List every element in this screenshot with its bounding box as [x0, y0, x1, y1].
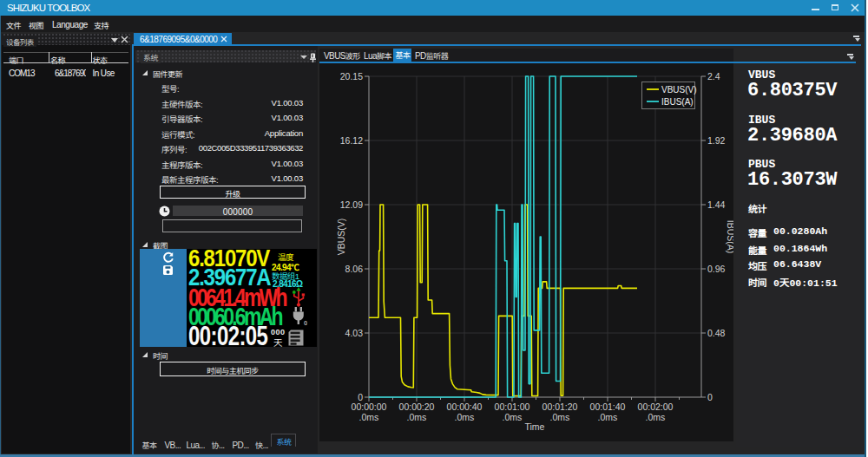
svg-text:.0ms: .0ms	[646, 412, 666, 422]
svg-text:1.92: 1.92	[707, 135, 726, 146]
svg-text:.0ms: .0ms	[503, 412, 523, 422]
svg-text:4.03: 4.03	[345, 328, 364, 338]
svg-text:0.48: 0.48	[707, 328, 726, 338]
svg-text:.0ms: .0ms	[550, 412, 570, 422]
svg-text:2.4: 2.4	[707, 71, 720, 82]
svg-text:.0ms: .0ms	[407, 412, 427, 422]
svg-text:16.12: 16.12	[340, 135, 363, 146]
svg-text:1.44: 1.44	[707, 199, 726, 210]
svg-text:0: 0	[707, 392, 713, 402]
svg-text:00:01:20: 00:01:20	[542, 402, 578, 412]
svg-text:00:02:00: 00:02:00	[638, 402, 674, 412]
svg-text:00:01:00: 00:01:00	[495, 402, 530, 412]
svg-text:00:01:40: 00:01:40	[590, 402, 626, 412]
svg-text:VBUS(V): VBUS(V)	[661, 85, 697, 95]
svg-text:IBUS(A): IBUS(A)	[661, 97, 694, 107]
svg-text:.0ms: .0ms	[359, 412, 379, 422]
svg-text:00:00:20: 00:00:20	[399, 402, 435, 412]
svg-text:8.06: 8.06	[345, 264, 364, 274]
svg-text:0: 0	[304, 319, 307, 327]
svg-text:00:00:40: 00:00:40	[447, 402, 483, 412]
svg-text:0: 0	[358, 392, 363, 402]
svg-text:12.09: 12.09	[340, 199, 363, 210]
svg-text:20.15: 20.15	[340, 71, 363, 82]
svg-text:.0ms: .0ms	[598, 412, 618, 422]
svg-text:VBUS(V): VBUS(V)	[336, 219, 346, 256]
svg-text:0.96: 0.96	[707, 264, 726, 274]
svg-text:IBUS(A): IBUS(A)	[726, 220, 733, 254]
svg-text:.0ms: .0ms	[455, 412, 475, 422]
svg-text:Time: Time	[525, 421, 545, 432]
svg-text:00:00:00: 00:00:00	[352, 402, 387, 412]
